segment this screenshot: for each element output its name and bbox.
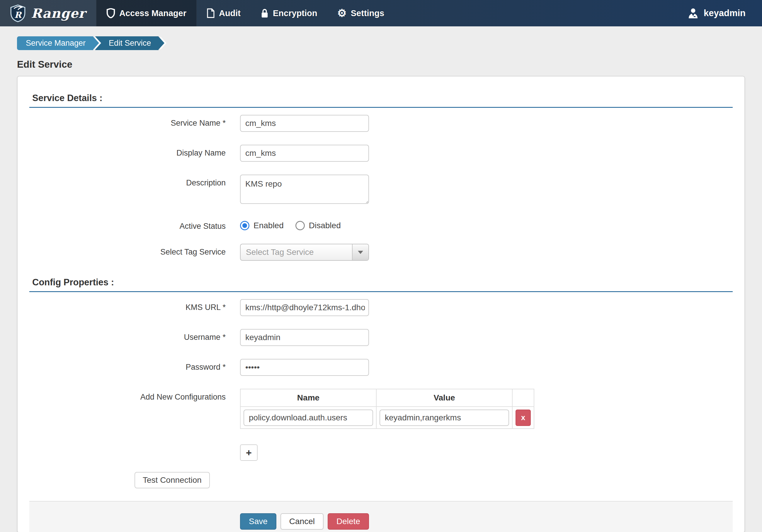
delete-config-row-button[interactable]: x xyxy=(515,410,531,426)
configurations-row: Add New Configurations Name Value xyxy=(29,389,733,429)
lock-icon xyxy=(261,8,269,18)
brand-title: Ranger xyxy=(31,6,86,21)
svg-text:R: R xyxy=(14,10,22,20)
nav-item-label: Access Manager xyxy=(119,9,187,18)
select-tag-service-label: Select Tag Service xyxy=(29,244,226,257)
username-row: Username * xyxy=(29,329,733,346)
config-action-header xyxy=(512,389,534,407)
breadcrumb-service-manager[interactable]: Service Manager xyxy=(17,36,93,50)
breadcrumb-edit-service[interactable]: Edit Service xyxy=(95,36,159,50)
nav-item-label: Settings xyxy=(351,9,384,18)
select-tag-service-dropdown[interactable]: Select Tag Service xyxy=(240,244,369,261)
edit-service-panel: Service Details : Service Name * Display… xyxy=(17,76,745,532)
config-name-header: Name xyxy=(240,389,376,407)
username-label: keyadmin xyxy=(704,8,746,19)
enabled-radio[interactable] xyxy=(240,221,249,230)
plus-icon: + xyxy=(246,447,252,458)
breadcrumb: Service Manager Edit Service xyxy=(17,36,762,50)
cancel-button[interactable]: Cancel xyxy=(280,513,324,530)
dropdown-toggle-button[interactable] xyxy=(352,244,368,260)
service-name-input[interactable] xyxy=(240,115,369,132)
nav-item-label: Audit xyxy=(219,9,241,18)
username-input[interactable] xyxy=(240,329,369,346)
add-config-row-button[interactable]: + xyxy=(240,444,258,461)
select-tag-service-placeholder: Select Tag Service xyxy=(241,247,352,257)
add-new-configurations-label: Add New Configurations xyxy=(29,389,226,402)
shield-icon xyxy=(107,8,115,18)
ranger-brand[interactable]: R Ranger xyxy=(0,0,96,26)
section-heading-service-details: Service Details : xyxy=(32,93,733,103)
navbar-spacer xyxy=(394,0,681,26)
configurations-table: Name Value xyxy=(240,389,534,429)
delete-button[interactable]: Delete xyxy=(328,513,369,530)
gear-icon: ⚙ xyxy=(337,8,347,19)
chevron-down-icon xyxy=(358,251,363,254)
description-row: Description KMS repo xyxy=(29,174,733,205)
description-textarea[interactable]: KMS repo xyxy=(240,174,369,204)
active-status-row: Active Status Enabled Disabled xyxy=(29,218,733,231)
kms-url-input[interactable] xyxy=(240,299,369,316)
nav-item-access-manager[interactable]: Access Manager xyxy=(96,0,197,26)
username-label: Username * xyxy=(29,329,226,342)
section-divider xyxy=(29,107,733,108)
kms-url-label: KMS URL * xyxy=(29,299,226,312)
disabled-radio[interactable] xyxy=(295,221,305,230)
description-label: Description xyxy=(29,174,226,187)
kms-url-row: KMS URL * xyxy=(29,299,733,316)
nav-item-settings[interactable]: ⚙ Settings xyxy=(327,0,395,26)
save-button[interactable]: Save xyxy=(240,513,276,530)
page-title: Edit Service xyxy=(17,59,762,70)
service-name-row: Service Name * xyxy=(29,115,733,132)
enabled-radio-label[interactable]: Enabled xyxy=(254,221,284,230)
user-menu[interactable]: keyadmin xyxy=(681,0,762,26)
service-name-label: Service Name * xyxy=(29,115,226,128)
disabled-radio-label[interactable]: Disabled xyxy=(309,221,341,230)
display-name-row: Display Name xyxy=(29,145,733,162)
table-row: x xyxy=(240,407,534,429)
config-value-input[interactable] xyxy=(380,410,509,426)
display-name-label: Display Name xyxy=(29,145,226,158)
test-connection-button[interactable]: Test Connection xyxy=(134,472,210,488)
password-row: Password * xyxy=(29,359,733,376)
nav-item-audit[interactable]: Audit xyxy=(197,0,251,26)
section-divider xyxy=(29,291,733,292)
password-label: Password * xyxy=(29,359,226,372)
section-heading-config-properties: Config Properties : xyxy=(32,277,733,288)
top-navbar: R Ranger Access Manager Audit Encr xyxy=(0,0,762,26)
display-name-input[interactable] xyxy=(240,145,369,162)
close-icon: x xyxy=(521,413,525,422)
config-value-header: Value xyxy=(376,389,512,407)
form-actions-bar: Save Cancel Delete xyxy=(29,501,733,532)
active-status-label: Active Status xyxy=(29,218,226,231)
password-input[interactable] xyxy=(240,359,369,376)
document-icon xyxy=(207,8,215,18)
user-profile-icon xyxy=(687,7,699,19)
config-name-input[interactable] xyxy=(244,410,373,426)
ranger-logo-icon: R xyxy=(9,4,27,22)
nav-item-encryption[interactable]: Encryption xyxy=(251,0,327,26)
nav-item-label: Encryption xyxy=(273,9,317,18)
select-tag-service-row: Select Tag Service Select Tag Service xyxy=(29,244,733,261)
